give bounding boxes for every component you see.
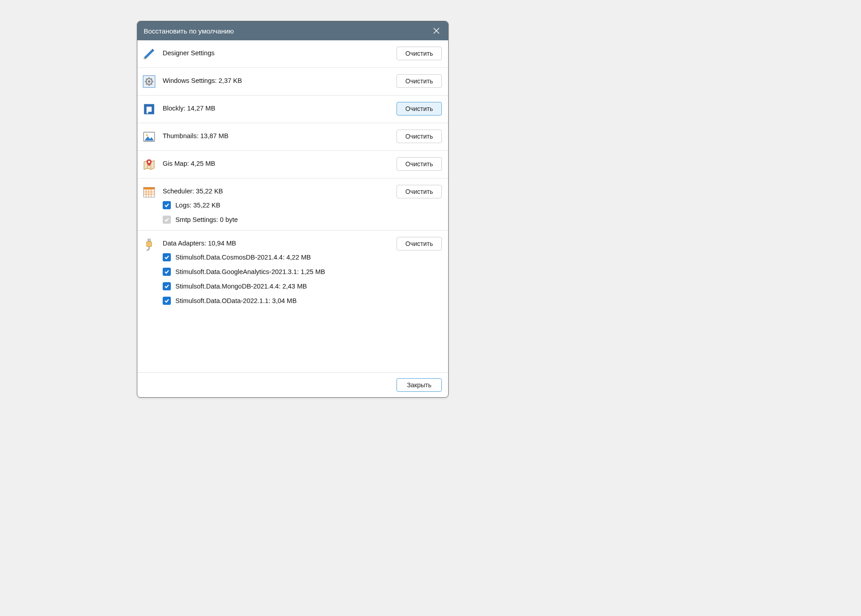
row-label: Windows Settings: 2,37 KB bbox=[163, 77, 392, 84]
restore-defaults-dialog: Восстановить по умолчанию Designer Setti… bbox=[137, 21, 449, 398]
checkbox bbox=[163, 216, 171, 224]
row-label: Designer Settings bbox=[163, 49, 392, 57]
clear-button[interactable]: Очистить bbox=[397, 74, 442, 88]
sub-label: Stimulsoft.Data.OData-2022.1.1: 3,04 MB bbox=[175, 297, 297, 304]
map-pin-icon bbox=[142, 157, 156, 172]
svg-rect-28 bbox=[150, 239, 150, 242]
close-button[interactable]: Закрыть bbox=[397, 378, 442, 392]
dialog-content: Designer Settings Очистить Windows Setti… bbox=[137, 40, 448, 372]
close-icon[interactable] bbox=[431, 25, 442, 36]
svg-line-8 bbox=[146, 78, 147, 79]
row-blockly: Blockly: 14,27 MB Очистить bbox=[137, 96, 448, 123]
calendar-icon bbox=[142, 185, 156, 199]
checkbox[interactable] bbox=[163, 253, 171, 261]
svg-point-12 bbox=[148, 80, 150, 83]
row-gis-map: Gis Map: 4,25 MB Очистить bbox=[137, 151, 448, 178]
blockly-icon bbox=[142, 102, 156, 116]
clear-button[interactable]: Очистить bbox=[397, 130, 442, 143]
checkbox[interactable] bbox=[163, 268, 171, 276]
svg-rect-19 bbox=[144, 188, 155, 190]
row-data-adapters: Data Adapters: 10,94 MB Stimulsoft.Data.… bbox=[137, 231, 448, 311]
svg-line-11 bbox=[146, 84, 147, 85]
svg-point-17 bbox=[148, 161, 150, 163]
sub-label: Stimulsoft.Data.CosmosDB-2021.4.4: 4,22 … bbox=[175, 254, 311, 261]
clear-button[interactable]: Очистить bbox=[397, 47, 442, 60]
row-thumbnails: Thumbnails: 13,87 MB Очистить bbox=[137, 123, 448, 151]
titlebar: Восстановить по умолчанию bbox=[137, 21, 448, 40]
pencil-icon bbox=[142, 47, 156, 61]
svg-line-9 bbox=[151, 84, 152, 85]
clear-button[interactable]: Очистить bbox=[397, 237, 442, 250]
row-label: Gis Map: 4,25 MB bbox=[163, 160, 392, 167]
sub-item-smtp: Smtp Settings: 0 byte bbox=[163, 216, 392, 224]
sub-label: Stimulsoft.Data.GoogleAnalytics-2021.3.1… bbox=[175, 268, 325, 275]
sub-item-adapter: Stimulsoft.Data.GoogleAnalytics-2021.3.1… bbox=[163, 268, 392, 276]
sub-label: Stimulsoft.Data.MongoDB-2021.4.4: 2,43 M… bbox=[175, 283, 307, 290]
sub-item-adapter: Stimulsoft.Data.OData-2022.1.1: 3,04 MB bbox=[163, 297, 392, 305]
dialog-title: Восстановить по умолчанию bbox=[144, 27, 234, 35]
row-label: Data Adapters: 10,94 MB bbox=[163, 240, 392, 247]
svg-rect-27 bbox=[148, 239, 149, 242]
checkbox[interactable] bbox=[163, 297, 171, 305]
svg-line-10 bbox=[151, 78, 152, 79]
clear-button[interactable]: Очистить bbox=[397, 102, 442, 116]
sub-item-logs: Logs: 35,22 KB bbox=[163, 201, 392, 209]
sub-item-adapter: Stimulsoft.Data.CosmosDB-2021.4.4: 4,22 … bbox=[163, 253, 392, 261]
svg-rect-26 bbox=[146, 241, 151, 246]
row-scheduler: Scheduler: 35,22 KB Logs: 35,22 KB Smtp … bbox=[137, 178, 448, 231]
row-designer-settings: Designer Settings Очистить bbox=[137, 40, 448, 68]
row-windows-settings: Windows Settings: 2,37 KB Очистить bbox=[137, 68, 448, 96]
row-label: Scheduler: 35,22 KB bbox=[163, 188, 392, 195]
gear-icon bbox=[142, 74, 156, 89]
row-label: Thumbnails: 13,87 MB bbox=[163, 132, 392, 140]
row-label: Blockly: 14,27 MB bbox=[163, 105, 392, 112]
sub-label: Smtp Settings: 0 byte bbox=[175, 216, 238, 223]
clear-button[interactable]: Очистить bbox=[397, 157, 442, 171]
sub-item-adapter: Stimulsoft.Data.MongoDB-2021.4.4: 2,43 M… bbox=[163, 282, 392, 290]
svg-point-14 bbox=[146, 134, 148, 136]
dialog-footer: Закрыть bbox=[137, 372, 448, 397]
plug-icon bbox=[142, 237, 156, 251]
checkbox[interactable] bbox=[163, 201, 171, 209]
clear-button[interactable]: Очистить bbox=[397, 185, 442, 198]
image-icon bbox=[142, 130, 156, 144]
checkbox[interactable] bbox=[163, 282, 171, 290]
sub-label: Logs: 35,22 KB bbox=[175, 202, 220, 209]
